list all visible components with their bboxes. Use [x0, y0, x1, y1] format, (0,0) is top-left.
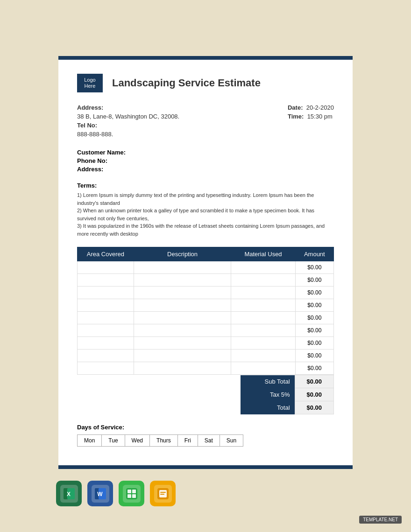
cell-amount: $0.00	[295, 274, 333, 287]
cell-area	[78, 312, 134, 324]
totals-section: Sub Total $0.00 Tax 5% $0.00 Total $0.00	[77, 375, 334, 414]
svg-rect-10	[132, 494, 136, 498]
day-cell: Mon	[78, 435, 102, 447]
svg-text:X: X	[66, 491, 70, 497]
word-inner: W	[92, 485, 109, 503]
customer-address-label: Address:	[77, 166, 103, 173]
table-row: $0.00	[78, 337, 334, 350]
date-value: 20-2-2020	[306, 104, 334, 111]
terms-title: Terms:	[77, 182, 334, 189]
customer-name-row: Customer Name:	[77, 149, 334, 156]
cell-area	[78, 324, 134, 337]
excel-inner: X	[60, 485, 78, 503]
cell-area	[78, 287, 134, 299]
total-label: Total	[241, 401, 295, 414]
cell-description	[134, 350, 231, 362]
customer-section: Customer Name: Phone No: Address:	[77, 149, 334, 173]
total-value: $0.00	[295, 401, 333, 414]
date-row: Date: 20-2-2020	[288, 104, 334, 111]
document-title: Landscaping Service Estimate	[112, 77, 261, 89]
numbers-icon[interactable]	[119, 481, 144, 506]
tel-label: Tel No:	[77, 122, 97, 129]
cell-description	[134, 299, 231, 312]
col-header-material: Material Used	[231, 247, 295, 261]
days-title: Days of Service:	[77, 424, 334, 431]
terms-section: Terms: 1) Lorem Ipsum is simply dummy te…	[77, 182, 334, 238]
days-row: MonTueWedThursFriSatSun	[78, 435, 243, 447]
terms-line-1: 1) Lorem Ipsum is simply dummy text of t…	[77, 191, 334, 207]
cell-description	[134, 337, 231, 350]
day-cell: Wed	[125, 435, 149, 447]
cell-amount: $0.00	[295, 337, 333, 350]
table-row: $0.00	[78, 324, 334, 337]
cell-material	[231, 261, 295, 274]
day-cell: Sun	[220, 435, 243, 447]
pages-icon[interactable]	[150, 481, 176, 506]
cell-material	[231, 274, 295, 287]
estimate-table: Area Covered Description Material Used A…	[77, 247, 334, 375]
pages-inner	[154, 485, 172, 503]
table-row: $0.00	[78, 362, 334, 375]
excel-icon[interactable]: X	[56, 481, 82, 506]
cell-description	[134, 274, 231, 287]
cell-area	[78, 274, 134, 287]
phone-no-row: Phone No:	[77, 157, 334, 164]
svg-rect-7	[128, 490, 131, 493]
svg-rect-13	[160, 492, 166, 493]
table-row: $0.00	[78, 299, 334, 312]
table-row: $0.00	[78, 350, 334, 362]
cell-material	[231, 337, 295, 350]
address-row: Address:	[77, 104, 179, 111]
time-value: 15:30 pm	[307, 113, 333, 120]
days-section: Days of Service: MonTueWedThursFriSatSun	[77, 424, 334, 447]
subtotal-row: Sub Total $0.00	[241, 375, 334, 388]
cell-material	[231, 350, 295, 362]
logo-box: LogoHere	[77, 74, 103, 92]
word-icon[interactable]: W	[87, 481, 113, 506]
time-row: Time: 15:30 pm	[288, 113, 334, 120]
phone-no-label: Phone No:	[77, 157, 107, 164]
top-bar	[58, 56, 353, 60]
svg-text:W: W	[97, 491, 103, 497]
cell-amount: $0.00	[295, 299, 333, 312]
col-header-amount: Amount	[295, 247, 333, 261]
document: LogoHere Landscaping Service Estimate Ad…	[58, 60, 353, 465]
software-icons: X W	[56, 481, 176, 506]
info-section: Address: 38 B, Lane-8, Washington DC, 32…	[77, 104, 334, 140]
tax-value: $0.00	[295, 388, 333, 401]
terms-line-3: 3) It was popularized in the 1960s with …	[77, 222, 334, 238]
cell-description	[134, 362, 231, 375]
cell-area	[78, 261, 134, 274]
day-cell: Tue	[102, 435, 125, 447]
day-cell: Fri	[177, 435, 198, 447]
info-right: Date: 20-2-2020 Time: 15:30 pm	[288, 104, 334, 140]
cell-material	[231, 287, 295, 299]
terms-line-2: 2) When an unknown printer took a galley…	[77, 207, 334, 222]
cell-area	[78, 337, 134, 350]
day-cell: Sat	[198, 435, 220, 447]
cell-description	[134, 312, 231, 324]
svg-rect-8	[132, 490, 136, 493]
col-header-area: Area Covered	[78, 247, 134, 261]
customer-address-row: Address:	[77, 166, 334, 173]
col-header-desc: Description	[134, 247, 231, 261]
days-table: MonTueWedThursFriSatSun	[77, 434, 243, 447]
info-left: Address: 38 B, Lane-8, Washington DC, 32…	[77, 104, 179, 140]
cell-amount: $0.00	[295, 350, 333, 362]
date-label: Date:	[288, 104, 303, 111]
address-label: Address:	[77, 104, 103, 111]
document-header: LogoHere Landscaping Service Estimate	[77, 74, 334, 92]
subtotal-value: $0.00	[295, 375, 333, 388]
cell-area	[78, 299, 134, 312]
address-value: 38 B, Lane-8, Washington DC, 32008.	[77, 113, 179, 120]
table-row: $0.00	[78, 274, 334, 287]
cell-amount: $0.00	[295, 362, 333, 375]
cell-area	[78, 350, 134, 362]
cell-amount: $0.00	[295, 312, 333, 324]
cell-amount: $0.00	[295, 287, 333, 299]
table-row: $0.00	[78, 261, 334, 274]
total-row: Total $0.00	[241, 401, 334, 414]
svg-rect-9	[128, 494, 131, 498]
tel-row: Tel No:	[77, 122, 179, 129]
cell-material	[231, 312, 295, 324]
